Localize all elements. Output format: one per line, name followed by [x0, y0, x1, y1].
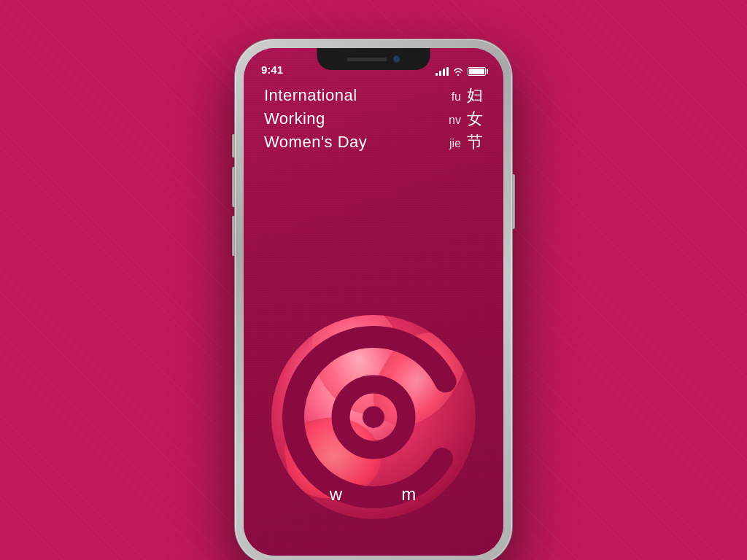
svg-point-2	[363, 406, 384, 428]
side-button-volume-up	[232, 167, 235, 207]
pinyin-fu: fu	[452, 90, 461, 104]
signal-icon	[436, 67, 449, 76]
status-icons	[436, 67, 486, 76]
chinese-group-3: jie 节	[449, 131, 483, 153]
side-button-volume-down	[232, 216, 235, 256]
phone-mockup: 9:41	[235, 39, 512, 560]
battery-icon	[468, 67, 486, 76]
side-button-power	[512, 174, 515, 229]
speaker	[347, 58, 387, 61]
notch	[317, 48, 430, 70]
wifi-icon	[452, 67, 464, 76]
chinese-fu: 妇	[467, 85, 483, 106]
phone-screen: 9:41	[244, 48, 503, 556]
letter-m: m	[401, 484, 417, 505]
logo-circle: w m	[271, 315, 476, 519]
bottom-text: w m	[271, 484, 476, 505]
text-row-1: International fu 妇	[264, 85, 483, 106]
text-row-3: Women's Day jie 节	[264, 131, 483, 153]
chinese-nv: 女	[467, 108, 483, 130]
side-button-mute	[232, 134, 235, 158]
pinyin-jie: jie	[449, 137, 461, 150]
front-camera	[393, 55, 400, 63]
chinese-group-1: fu 妇	[452, 85, 483, 106]
pinyin-nv: nv	[449, 114, 461, 127]
logo-area: w m	[244, 279, 503, 556]
text-section: International fu 妇 Working nv 女 Women's …	[264, 85, 483, 155]
text-working: Working	[264, 109, 325, 128]
text-womens-day: Women's Day	[264, 133, 367, 152]
chinese-jie: 节	[467, 131, 483, 153]
letter-w: w	[330, 484, 344, 505]
text-row-2: Working nv 女	[264, 108, 483, 130]
phone-shell: 9:41	[235, 39, 512, 560]
text-international: International	[264, 86, 357, 105]
chinese-group-2: nv 女	[449, 108, 483, 130]
